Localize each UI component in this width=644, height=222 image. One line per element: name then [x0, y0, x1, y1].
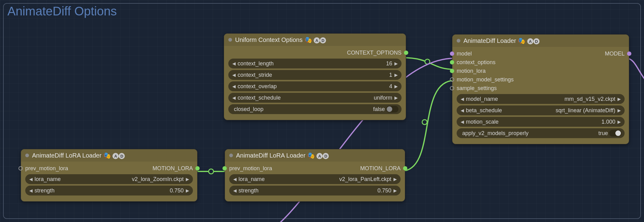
- prev-icon[interactable]: ◀: [232, 177, 237, 182]
- decrement-icon[interactable]: ◀: [231, 61, 236, 66]
- node-uniform-context-options[interactable]: Uniform Context Options 🎭 AD CONTEXT_OPT…: [224, 33, 406, 120]
- widget-apply-v2[interactable]: apply_v2_models_properly true: [457, 128, 625, 138]
- collapse-dot-icon[interactable]: [229, 154, 233, 157]
- node-title: AnimateDiff LoRA Loader 🎭 AD: [32, 152, 193, 159]
- next-icon[interactable]: ▶: [617, 108, 622, 113]
- node-header[interactable]: AnimateDiff LoRA Loader 🎭 AD: [21, 149, 197, 162]
- widget-strength[interactable]: ◀ strength 0.750 ▶: [25, 186, 193, 195]
- increment-icon[interactable]: ▶: [617, 119, 622, 124]
- output-context-options[interactable]: CONTEXT_OPTIONS: [228, 48, 401, 57]
- decrement-icon[interactable]: ◀: [28, 188, 33, 193]
- decrement-icon[interactable]: ◀: [460, 119, 465, 124]
- increment-icon[interactable]: ▶: [393, 61, 398, 66]
- widget-context-overlap[interactable]: ◀ context_overlap 4 ▶: [228, 81, 401, 91]
- input-sample-settings[interactable]: sample_settings: [457, 84, 625, 92]
- prev-icon[interactable]: ◀: [460, 97, 465, 101]
- prev-icon[interactable]: ◀: [28, 177, 33, 182]
- decrement-icon[interactable]: ◀: [232, 188, 237, 193]
- node-animatediff-loader[interactable]: AnimateDiff Loader 🎭 AD model MODEL cont…: [452, 34, 629, 144]
- widget-context-length[interactable]: ◀ context_length 16 ▶: [228, 59, 401, 68]
- widget-lora-name[interactable]: ◀ lora_name v2_lora_ZoomIn.ckpt ▶: [25, 174, 193, 184]
- port-icon[interactable]: [222, 166, 227, 171]
- badge-a-icon: A: [112, 153, 119, 159]
- next-icon[interactable]: ▶: [393, 177, 397, 182]
- port-icon[interactable]: [627, 51, 631, 56]
- output-motion-lora[interactable]: MOTION_LORA: [153, 165, 193, 172]
- badge-d-icon: D: [533, 38, 540, 44]
- increment-icon[interactable]: ▶: [185, 188, 190, 193]
- port-icon[interactable]: [450, 69, 454, 73]
- next-icon[interactable]: ▶: [185, 177, 190, 182]
- badge-a-icon: A: [316, 153, 323, 159]
- increment-icon[interactable]: ▶: [393, 84, 398, 89]
- widget-closed-loop[interactable]: closed_loop false: [228, 104, 401, 114]
- port-icon[interactable]: [403, 166, 407, 171]
- collapse-dot-icon[interactable]: [228, 38, 232, 42]
- toggle-icon[interactable]: [609, 130, 622, 137]
- badge-d-icon: D: [320, 37, 326, 43]
- increment-icon[interactable]: ▶: [393, 188, 397, 193]
- increment-icon[interactable]: ▶: [393, 72, 398, 77]
- widget-lora-name[interactable]: ◀ lora_name v2_lora_PanLeft.ckpt ▶: [229, 174, 401, 184]
- node-title: Uniform Context Options 🎭 AD: [235, 36, 401, 44]
- input-motion-model-settings[interactable]: motion_model_settings: [457, 75, 625, 84]
- prev-icon[interactable]: ◀: [460, 108, 465, 113]
- node-header[interactable]: AnimateDiff LoRA Loader 🎭 AD: [225, 149, 405, 162]
- next-icon[interactable]: ▶: [617, 97, 622, 101]
- decrement-icon[interactable]: ◀: [231, 72, 236, 77]
- port-icon[interactable]: [404, 51, 408, 55]
- port-icon[interactable]: [450, 51, 454, 56]
- widget-beta-schedule[interactable]: ◀ beta_schedule sqrt_linear (AnimateDiff…: [457, 105, 625, 115]
- group-title: AnimateDiff Options: [7, 4, 117, 18]
- output-motion-lora[interactable]: MOTION_LORA: [360, 165, 401, 172]
- port-icon[interactable]: [450, 86, 454, 90]
- output-model[interactable]: MODEL: [605, 51, 625, 57]
- toggle-icon[interactable]: [386, 106, 398, 113]
- port-icon[interactable]: [18, 166, 23, 171]
- badge-a-icon: A: [314, 37, 320, 43]
- collapse-dot-icon[interactable]: [25, 154, 29, 157]
- input-context-options[interactable]: context_options: [457, 58, 625, 67]
- widget-context-stride[interactable]: ◀ context_stride 1 ▶: [228, 70, 401, 80]
- badge-d-icon: D: [323, 153, 329, 159]
- prev-icon[interactable]: ◀: [231, 95, 236, 100]
- node-title: AnimateDiff LoRA Loader 🎭 AD: [236, 152, 401, 159]
- input-prev-motion-lora[interactable]: prev_motion_lora: [229, 165, 272, 172]
- input-model[interactable]: model: [457, 51, 472, 57]
- port-icon[interactable]: [450, 77, 454, 82]
- input-motion-lora[interactable]: motion_lora: [457, 67, 625, 75]
- next-icon[interactable]: ▶: [393, 95, 398, 100]
- port-icon[interactable]: [450, 60, 454, 64]
- collapse-dot-icon[interactable]: [457, 39, 460, 43]
- badge-a-icon: A: [527, 38, 533, 44]
- port-icon[interactable]: [195, 166, 200, 171]
- input-prev-motion-lora[interactable]: prev_motion_lora: [25, 165, 68, 172]
- widget-context-schedule[interactable]: ◀ context_schedule uniform ▶: [228, 93, 401, 103]
- node-lora-loader-2[interactable]: AnimateDiff LoRA Loader 🎭 AD prev_motion…: [225, 149, 405, 202]
- badge-d-icon: D: [119, 153, 125, 159]
- node-header[interactable]: AnimateDiff Loader 🎭 AD: [452, 35, 629, 47]
- decrement-icon[interactable]: ◀: [231, 84, 236, 89]
- node-title: AnimateDiff Loader 🎭 AD: [463, 37, 625, 45]
- widget-strength[interactable]: ◀ strength 0.750 ▶: [229, 186, 401, 195]
- node-header[interactable]: Uniform Context Options 🎭 AD: [224, 34, 406, 46]
- widget-motion-scale[interactable]: ◀ motion_scale 1.000 ▶: [457, 117, 625, 127]
- widget-model-name[interactable]: ◀ model_name mm_sd_v15_v2.ckpt ▶: [457, 94, 625, 104]
- node-lora-loader-1[interactable]: AnimateDiff LoRA Loader 🎭 AD prev_motion…: [21, 149, 198, 202]
